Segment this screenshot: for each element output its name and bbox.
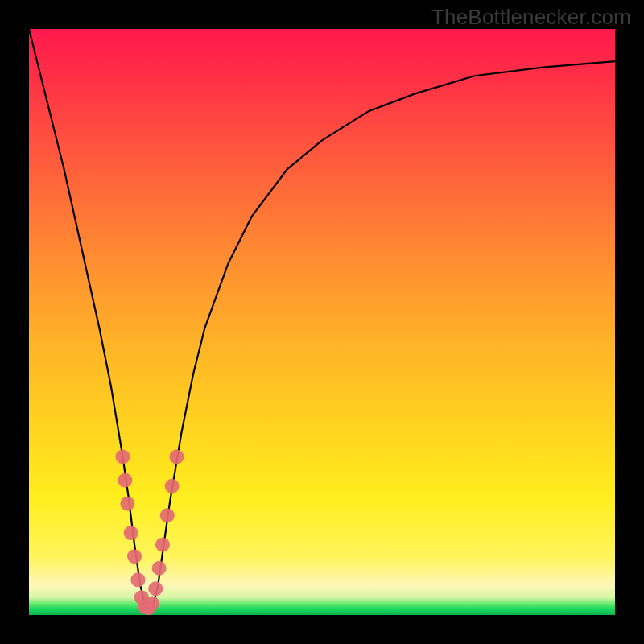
highlight-dot [152, 561, 167, 576]
highlight-dot [115, 449, 130, 464]
plot-area [29, 29, 615, 615]
highlight-dot [124, 526, 138, 540]
highlight-dot [145, 596, 159, 610]
highlight-dot [155, 538, 170, 552]
bottleneck-curve [29, 29, 615, 609]
highlight-dot [118, 473, 132, 488]
highlight-dot [130, 572, 145, 587]
highlight-dot [160, 508, 175, 522]
curve-layer [29, 29, 615, 615]
highlight-dot [165, 479, 180, 493]
chart-frame: TheBottlenecker.com [0, 0, 644, 644]
highlight-dot [127, 549, 142, 564]
watermark: TheBottlenecker.com [431, 5, 631, 30]
highlight-dot [169, 449, 184, 464]
highlight-dot [120, 497, 134, 511]
highlight-dot [148, 581, 163, 596]
